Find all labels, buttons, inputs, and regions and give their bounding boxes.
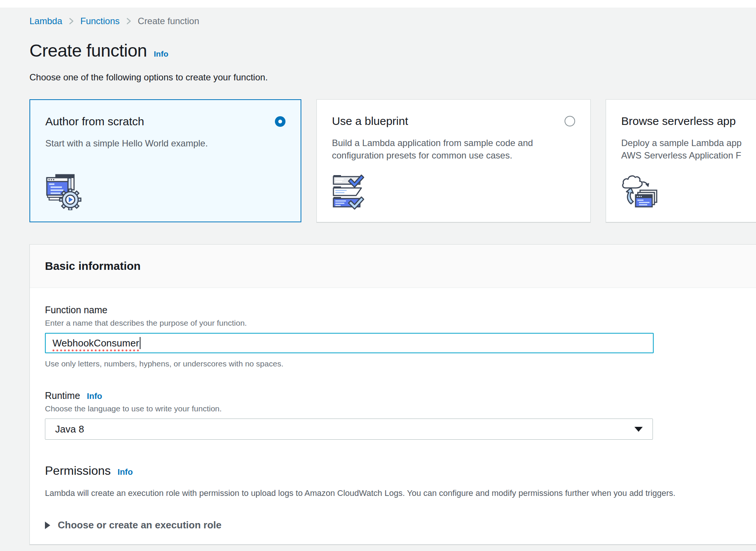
- breadcrumb-link-lambda[interactable]: Lambda: [29, 16, 62, 26]
- cloud-deploy-sync-icon: [620, 173, 658, 211]
- code-window-gear-play-icon: [45, 172, 82, 210]
- card-author-from-scratch[interactable]: Author from scratch Start with a simple …: [29, 99, 301, 222]
- page-header: Create functionInfo: [29, 26, 756, 61]
- card-description-line: Deploy a sample Lambda app: [621, 137, 756, 149]
- page-info-link[interactable]: Info: [154, 49, 168, 58]
- text-cursor: [140, 337, 140, 349]
- function-name-label: Function name: [45, 305, 742, 316]
- function-name-value: WebhookConsumer: [52, 337, 139, 349]
- runtime-description: Choose the language to use to write your…: [45, 404, 742, 413]
- runtime-label: Runtime: [45, 390, 80, 401]
- radio-selected-icon[interactable]: [275, 116, 285, 127]
- chevron-right-icon: [126, 16, 132, 26]
- card-browse-serverless-app[interactable]: Browse serverless app Deploy a sample La…: [606, 99, 756, 222]
- permissions-section: Permissions Info Lambda will create an e…: [45, 464, 742, 531]
- top-strip: [0, 0, 756, 8]
- runtime-info-link[interactable]: Info: [87, 391, 102, 401]
- permissions-description: Lambda will create an execution role wit…: [45, 488, 742, 498]
- card-description: Build a Lambda application from sample c…: [332, 137, 574, 162]
- function-name-description: Enter a name that describes the purpose …: [45, 319, 742, 328]
- chevron-down-icon: [634, 427, 643, 432]
- checklist-icon: [331, 173, 369, 211]
- function-name-field: Function name Enter a name that describe…: [45, 305, 742, 368]
- card-use-a-blueprint[interactable]: Use a blueprint Build a Lambda applicati…: [316, 99, 591, 222]
- page-subtitle: Choose one of the following options to c…: [29, 72, 756, 83]
- chevron-right-icon: [68, 16, 74, 26]
- function-name-input[interactable]: WebhookConsumer: [45, 333, 654, 353]
- panel-title: Basic information: [45, 260, 140, 272]
- runtime-field: Runtime Info Choose the language to use …: [45, 390, 742, 440]
- breadcrumb: Lambda Functions Create function: [29, 16, 756, 26]
- panel-body: Function name Enter a name that describe…: [30, 288, 756, 545]
- permissions-title: Permissions: [45, 464, 111, 478]
- breadcrumb-current: Create function: [138, 16, 199, 26]
- basic-information-panel: Basic information Function name Enter a …: [29, 244, 756, 545]
- card-title: Use a blueprint: [332, 115, 408, 128]
- triangle-right-icon: [45, 522, 50, 529]
- runtime-selected-value: Java 8: [55, 423, 84, 435]
- radio-unselected-icon[interactable]: [565, 116, 575, 126]
- permissions-info-link[interactable]: Info: [117, 467, 133, 477]
- function-name-constraint: Use only letters, numbers, hyphens, or u…: [45, 359, 742, 368]
- runtime-select[interactable]: Java 8: [45, 419, 653, 440]
- card-description: Start with a simple Hello World example.: [45, 137, 285, 149]
- card-title: Author from scratch: [45, 115, 144, 128]
- panel-header: Basic information: [30, 245, 756, 288]
- page-title: Create function: [29, 40, 147, 61]
- card-description: Deploy a sample Lambda app AWS Serverles…: [621, 137, 756, 162]
- execution-role-expander-label: Choose or create an execution role: [58, 519, 221, 531]
- breadcrumb-link-functions[interactable]: Functions: [80, 16, 120, 26]
- create-option-cards: Author from scratch Start with a simple …: [29, 99, 756, 222]
- execution-role-expander[interactable]: Choose or create an execution role: [45, 519, 742, 531]
- card-title: Browse serverless app: [621, 115, 736, 128]
- card-description-line: AWS Serverless Application F: [621, 149, 756, 162]
